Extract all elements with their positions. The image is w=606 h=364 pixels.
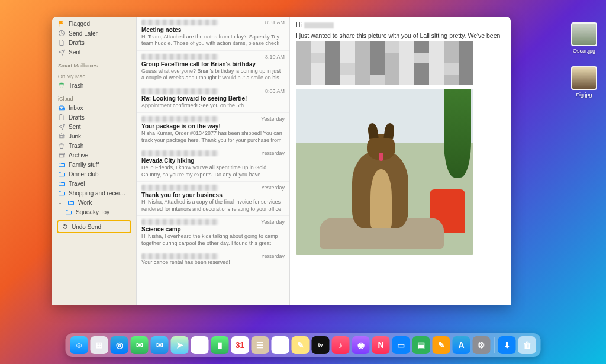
message-item[interactable]: 8:31 AMMeeting notesHi Team, Attached ar… bbox=[137, 17, 289, 51]
message-item[interactable]: YesterdayThank you for your businessHi N… bbox=[137, 182, 289, 216]
message-preview: Hi Nisha, Attached is a copy of the fina… bbox=[141, 199, 285, 212]
sidebar-item-label: Trash bbox=[69, 143, 83, 149]
dock-app-calendar[interactable]: 31 bbox=[231, 336, 249, 354]
file-label: Fig.jpg bbox=[568, 92, 600, 98]
file-thumbnail bbox=[571, 22, 597, 46]
reader-greeting: Hi bbox=[296, 21, 505, 28]
dock-app-music[interactable]: ♪ bbox=[332, 336, 350, 354]
redacted-block bbox=[296, 41, 473, 85]
sidebar-item-sent[interactable]: Sent bbox=[52, 122, 136, 131]
message-item[interactable]: YesterdayYour canoe rental has been rese… bbox=[137, 250, 289, 270]
trash-icon bbox=[58, 82, 65, 89]
sidebar-item-label: Drafts bbox=[69, 114, 85, 121]
message-subject: Nevada City hiking bbox=[141, 157, 285, 164]
plane-icon bbox=[58, 123, 65, 130]
sidebar-item-work[interactable]: ⌄Work bbox=[52, 198, 136, 207]
message-preview: Guess what everyone? Brian's birthday is… bbox=[141, 68, 285, 81]
folder-icon bbox=[58, 161, 65, 168]
dock-app-tv[interactable]: tv bbox=[312, 336, 330, 354]
sidebar-item-drafts[interactable]: Drafts bbox=[52, 38, 136, 47]
mail-sidebar: FlaggedSend LaterDraftsSent Smart Mailbo… bbox=[52, 17, 136, 305]
sidebar-item-drafts[interactable]: Drafts bbox=[52, 112, 136, 122]
dock: ☺⊞◎✉✉➤✿▮31☰☰✎tv♪◉N▭▤✎A⚙⬇🗑 bbox=[66, 333, 541, 357]
folder-icon bbox=[65, 208, 72, 215]
message-time: Yesterday bbox=[261, 150, 285, 156]
sidebar-item-label: Inbox bbox=[69, 105, 83, 111]
folder-icon bbox=[58, 170, 65, 178]
sidebar-item-trash[interactable]: Trash bbox=[52, 141, 136, 150]
message-subject: Science camp bbox=[141, 226, 285, 233]
message-subject: Group FaceTime call for Brian's birthday bbox=[141, 61, 285, 67]
desktop-file[interactable]: Oscar.jpg bbox=[568, 22, 600, 54]
desktop-file[interactable]: Fig.jpg bbox=[568, 66, 600, 98]
doc-icon bbox=[58, 114, 65, 121]
dock-app-maps[interactable]: ➤ bbox=[171, 336, 189, 354]
sidebar-item-travel[interactable]: Travel bbox=[52, 179, 136, 188]
sidebar-item-squeaky-toy[interactable]: Squeaky Toy bbox=[52, 207, 136, 217]
sidebar-item-family-stuff[interactable]: Family stuff bbox=[52, 160, 136, 169]
sidebar-item-label: Dinner club bbox=[69, 171, 99, 178]
dock-app-pages[interactable]: ✎ bbox=[433, 336, 450, 354]
junk-icon bbox=[58, 133, 65, 140]
dock-app-photos[interactable]: ✿ bbox=[191, 336, 209, 354]
sidebar-item-shopping-and-recei-[interactable]: Shopping and recei… bbox=[52, 188, 136, 198]
sidebar-header-smart: Smart Mailboxes bbox=[52, 59, 136, 70]
dock-app-mail[interactable]: ✉ bbox=[151, 336, 169, 354]
sidebar-item-label: Archive bbox=[69, 152, 88, 159]
redacted-sender bbox=[141, 20, 218, 25]
dock-app-messages[interactable]: ✉ bbox=[131, 336, 149, 354]
clock-icon bbox=[58, 30, 65, 37]
message-time: 8:10 AM bbox=[265, 54, 285, 60]
sidebar-item-label: Trash bbox=[69, 82, 83, 89]
dock-app-trash[interactable]: 🗑 bbox=[518, 336, 536, 354]
sidebar-item-label: Flagged bbox=[69, 21, 90, 27]
dock-app-downloads[interactable]: ⬇ bbox=[498, 336, 516, 354]
message-item[interactable]: YesterdayYour package is on the way!Nish… bbox=[137, 113, 289, 147]
dock-app-settings[interactable]: ⚙ bbox=[473, 336, 491, 354]
undo-send-button[interactable]: Undo Send bbox=[57, 220, 131, 233]
doc-icon bbox=[58, 39, 65, 46]
message-reader: Hi I just wanted to share this picture w… bbox=[290, 17, 511, 305]
message-item[interactable]: 8:10 AMGroup FaceTime call for Brian's b… bbox=[137, 51, 289, 85]
dock-app-contacts[interactable]: ☰ bbox=[252, 336, 269, 354]
dock-app-news[interactable]: N bbox=[372, 336, 390, 354]
message-item[interactable]: YesterdayNevada City hikingHello Friends… bbox=[137, 147, 289, 182]
message-time: 8:03 AM bbox=[265, 88, 285, 94]
sidebar-item-sent[interactable]: Sent bbox=[52, 47, 136, 57]
sidebar-item-archive[interactable]: Archive bbox=[52, 150, 136, 160]
dock-app-numbers[interactable]: ▤ bbox=[412, 336, 430, 354]
dock-app-keynote[interactable]: ▭ bbox=[392, 336, 410, 354]
dock-app-appstore[interactable]: A bbox=[453, 336, 470, 354]
message-item[interactable]: 8:03 AMRe: Looking forward to seeing Ber… bbox=[137, 85, 289, 113]
dock-app-reminders[interactable]: ☰ bbox=[272, 336, 289, 354]
undo-icon bbox=[62, 223, 69, 230]
dock-app-finder[interactable]: ☺ bbox=[70, 336, 88, 354]
redacted-sender bbox=[141, 185, 218, 191]
file-thumbnail bbox=[571, 66, 597, 90]
redacted-sender bbox=[141, 116, 218, 122]
sidebar-item-inbox[interactable]: Inbox bbox=[52, 103, 136, 112]
dock-app-launchpad[interactable]: ⊞ bbox=[91, 336, 108, 354]
message-time: Yesterday bbox=[261, 185, 285, 191]
email-image-attachment[interactable] bbox=[296, 89, 473, 255]
message-preview: Nisha Kumar, Order #81342877 has been sh… bbox=[141, 130, 285, 143]
folder-icon bbox=[67, 199, 75, 206]
sidebar-item-flagged[interactable]: Flagged bbox=[52, 19, 136, 28]
sidebar-item-junk[interactable]: Junk bbox=[52, 131, 136, 141]
folder-icon bbox=[58, 180, 65, 187]
message-item[interactable]: YesterdayScience campHi Nisha, I overhea… bbox=[137, 216, 289, 250]
message-list[interactable]: 8:31 AMMeeting notesHi Team, Attached ar… bbox=[136, 17, 290, 305]
sidebar-item-label: Squeaky Toy bbox=[76, 209, 109, 215]
dock-app-notes[interactable]: ✎ bbox=[292, 336, 310, 354]
sidebar-item-trash[interactable]: Trash bbox=[52, 80, 136, 90]
sidebar-item-send-later[interactable]: Send Later bbox=[52, 28, 136, 38]
sidebar-item-label: Travel bbox=[69, 181, 85, 187]
dock-app-facetime[interactable]: ▮ bbox=[211, 336, 229, 354]
sidebar-item-dinner-club[interactable]: Dinner club bbox=[52, 169, 136, 179]
message-time: Yesterday bbox=[261, 219, 285, 225]
dock-app-podcasts[interactable]: ◉ bbox=[352, 336, 370, 354]
message-subject: Meeting notes bbox=[141, 27, 285, 33]
inbox-icon bbox=[58, 104, 65, 111]
redacted-sender bbox=[141, 150, 218, 156]
dock-app-safari[interactable]: ◎ bbox=[111, 336, 128, 354]
